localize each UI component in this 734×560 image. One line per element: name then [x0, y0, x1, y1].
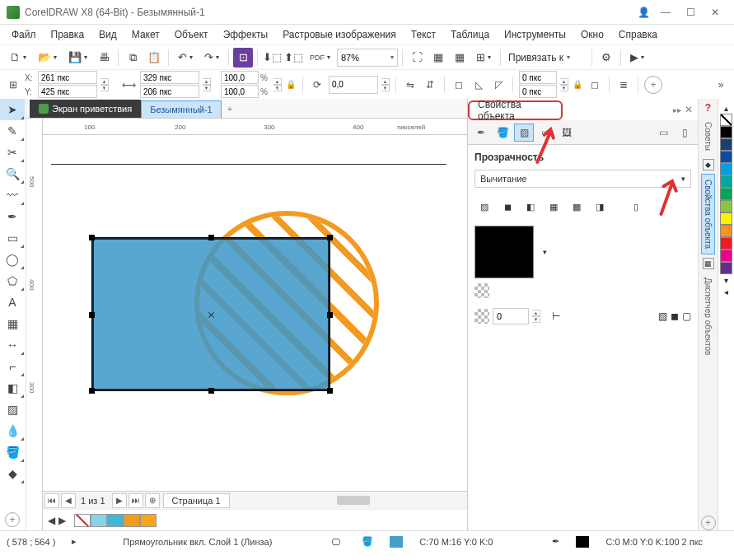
- scale-y-input[interactable]: [221, 85, 259, 98]
- corner-round-button[interactable]: ◻: [451, 77, 467, 93]
- transparency-picker-button[interactable]: ▾: [539, 226, 550, 278]
- polygon-tool[interactable]: ⬠: [0, 270, 25, 292]
- grid-button[interactable]: ▦: [450, 48, 470, 68]
- menu-table[interactable]: Таблица: [444, 26, 496, 43]
- pick-tool[interactable]: ➤: [0, 99, 25, 120]
- user-icon[interactable]: 👤: [633, 2, 653, 22]
- outline-indicator-icon[interactable]: ✒: [552, 536, 559, 547]
- pos-y-input[interactable]: [38, 85, 97, 98]
- rectangle-object[interactable]: [92, 238, 330, 390]
- opacity-input[interactable]: [493, 308, 529, 324]
- rectangle-tool[interactable]: ▭: [0, 227, 25, 249]
- corner-y-input[interactable]: [519, 85, 557, 98]
- rulers-button[interactable]: ▦: [428, 48, 448, 68]
- expand-propbar-button[interactable]: »: [713, 77, 729, 93]
- menu-object[interactable]: Объект: [168, 26, 215, 43]
- mirror-h-button[interactable]: ⇋: [402, 77, 418, 93]
- docker-tab-hints[interactable]: Советы: [702, 117, 714, 156]
- color-swatch[interactable]: [720, 212, 732, 225]
- bitmap-transparency-icon[interactable]: ▩: [567, 198, 587, 216]
- minimize-button[interactable]: —: [653, 2, 678, 22]
- new-button[interactable]: 🗋▾: [5, 48, 31, 68]
- hint-prev[interactable]: ◀: [48, 515, 55, 526]
- maximize-button[interactable]: ☐: [678, 2, 703, 22]
- mirror-v-button[interactable]: ⇵: [422, 77, 438, 93]
- no-color-swatch[interactable]: [74, 514, 91, 527]
- first-page-button[interactable]: ⏮: [44, 493, 59, 508]
- pos-x-input[interactable]: [38, 71, 97, 84]
- options-button[interactable]: ⚙: [596, 48, 616, 68]
- palette-down-button[interactable]: ▾: [720, 274, 732, 286]
- uniform-transparency-icon[interactable]: ◼: [498, 198, 517, 216]
- menu-edit[interactable]: Правка: [44, 26, 91, 43]
- ellipse-tool[interactable]: ◯: [0, 249, 25, 270]
- width-input[interactable]: [140, 71, 199, 84]
- quick-customize-toolbox[interactable]: +: [0, 509, 25, 530]
- freehand-tool[interactable]: 〰: [0, 184, 25, 206]
- fill-indicator-icon[interactable]: 🪣: [362, 536, 373, 547]
- menu-tools[interactable]: Инструменты: [498, 26, 573, 43]
- snap-dropdown[interactable]: Привязать к▾: [505, 49, 587, 67]
- panel-close-button[interactable]: ✕: [685, 104, 698, 115]
- import-button[interactable]: ⬇⬚: [262, 48, 282, 68]
- color-swatch[interactable]: [720, 175, 732, 188]
- search-content-button[interactable]: ⊡: [233, 48, 253, 68]
- close-button[interactable]: ✕: [703, 2, 727, 22]
- opacity-slider-button[interactable]: ⊢: [552, 310, 560, 322]
- corner-scallop-button[interactable]: ◺: [470, 77, 487, 93]
- docker-tab-object-manager[interactable]: Диспетчер объектов: [702, 273, 714, 360]
- eyedropper-tool[interactable]: 💧: [0, 420, 25, 441]
- dimension-tool[interactable]: ↔: [0, 334, 25, 356]
- horizontal-scrollbar[interactable]: [230, 496, 467, 505]
- menu-layout[interactable]: Макет: [125, 26, 166, 43]
- quick-customize-button[interactable]: +: [644, 76, 662, 94]
- canvas[interactable]: [43, 135, 467, 491]
- menu-help[interactable]: Справка: [612, 26, 664, 43]
- fullscreen-button[interactable]: ⛶: [407, 48, 427, 68]
- height-input[interactable]: [140, 85, 199, 98]
- undo-button[interactable]: ↶▾: [173, 48, 198, 68]
- palette-up-button[interactable]: ▴: [720, 102, 732, 114]
- no-transparency-icon[interactable]: ▨: [475, 198, 494, 216]
- guides-button[interactable]: ⊞▾: [471, 48, 496, 68]
- zoom-input[interactable]: [341, 53, 387, 63]
- color-swatch[interactable]: [720, 151, 732, 163]
- scroll-mode-button[interactable]: ▭: [653, 124, 673, 142]
- fountain-transparency-icon[interactable]: ◧: [521, 198, 540, 216]
- save-button[interactable]: 💾▾: [63, 48, 92, 68]
- color-swatch[interactable]: [720, 250, 732, 262]
- corner-x-input[interactable]: [519, 71, 557, 84]
- swatch[interactable]: [91, 514, 107, 527]
- launch-button[interactable]: ▶▾: [625, 48, 649, 68]
- checker-swatch[interactable]: [475, 283, 489, 298]
- rotation-input[interactable]: [329, 76, 378, 94]
- transparency-tool[interactable]: ▨: [0, 399, 25, 420]
- scale-x-input[interactable]: [221, 71, 259, 84]
- color-swatch[interactable]: [720, 188, 732, 200]
- menu-text[interactable]: Текст: [404, 26, 442, 43]
- paste-button[interactable]: 📋: [144, 48, 164, 68]
- color-swatch[interactable]: [720, 262, 732, 274]
- apply-fill-button[interactable]: ◼: [671, 310, 679, 322]
- menu-view[interactable]: Вид: [92, 26, 124, 43]
- hints-close-button[interactable]: ?: [705, 102, 711, 114]
- smart-fill-tool[interactable]: ◆: [0, 463, 25, 484]
- color-swatch[interactable]: [720, 200, 732, 212]
- connector-tool[interactable]: ⌐: [0, 356, 25, 377]
- color-proof-icon[interactable]: 🖵: [331, 537, 340, 547]
- pattern-transparency-icon[interactable]: ▦: [544, 198, 563, 216]
- lock-ratio-button[interactable]: 🔒: [285, 73, 297, 96]
- fill-swatch[interactable]: [390, 536, 403, 548]
- texture-transparency-icon[interactable]: ◨: [590, 198, 610, 216]
- page-tab[interactable]: Страница 1: [163, 493, 230, 508]
- table-tool[interactable]: ▦: [0, 313, 25, 334]
- next-page-button[interactable]: ▶: [112, 493, 127, 508]
- drop-shadow-tool[interactable]: ◧: [0, 377, 25, 399]
- panel-collapse-button[interactable]: ▸▸: [673, 105, 685, 114]
- text-tool[interactable]: A: [0, 292, 25, 313]
- last-page-button[interactable]: ⏭: [129, 493, 143, 508]
- wrap-text-button[interactable]: ≣: [615, 77, 632, 93]
- swatch[interactable]: [107, 514, 124, 527]
- export-button[interactable]: ⬆⬚: [283, 48, 303, 68]
- outline-tab-icon[interactable]: ✒: [471, 124, 491, 142]
